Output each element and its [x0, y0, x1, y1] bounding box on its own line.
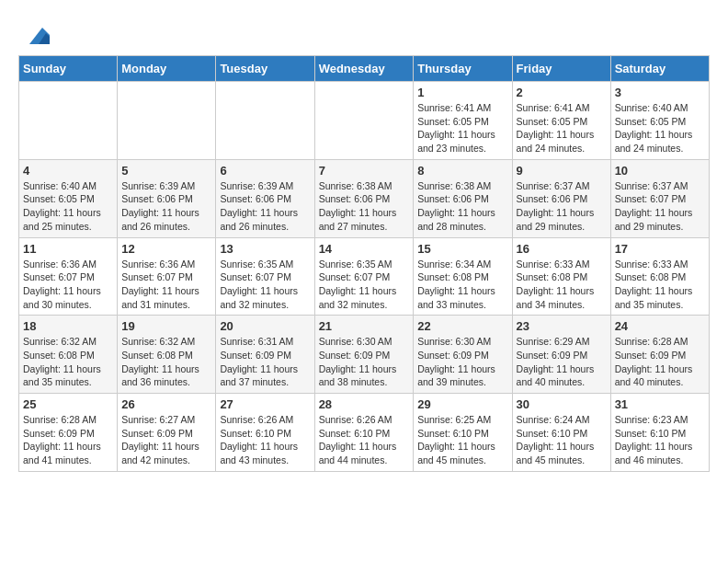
day-number: 10 — [615, 164, 705, 178]
calendar-cell: 3Sunrise: 6:40 AMSunset: 6:05 PMDaylight… — [610, 82, 709, 160]
day-number: 4 — [23, 164, 113, 178]
calendar-cell: 29Sunrise: 6:25 AMSunset: 6:10 PMDayligh… — [414, 394, 512, 472]
day-info: Sunrise: 6:24 AMSunset: 6:10 PMDaylight:… — [517, 413, 607, 467]
calendar-cell: 19Sunrise: 6:32 AMSunset: 6:08 PMDayligh… — [118, 316, 216, 394]
calendar-cell: 28Sunrise: 6:26 AMSunset: 6:10 PMDayligh… — [314, 394, 414, 472]
day-info: Sunrise: 6:27 AMSunset: 6:09 PMDaylight:… — [121, 413, 211, 467]
calendar-cell: 5Sunrise: 6:39 AMSunset: 6:06 PMDaylight… — [118, 159, 216, 237]
day-info: Sunrise: 6:37 AMSunset: 6:06 PMDaylight:… — [517, 179, 607, 234]
calendar-cell: 8Sunrise: 6:38 AMSunset: 6:06 PMDaylight… — [414, 159, 512, 237]
day-info: Sunrise: 6:26 AMSunset: 6:10 PMDaylight:… — [220, 413, 310, 467]
day-info: Sunrise: 6:38 AMSunset: 6:06 PMDaylight:… — [319, 179, 410, 234]
day-info: Sunrise: 6:31 AMSunset: 6:09 PMDaylight:… — [220, 335, 310, 389]
day-number: 15 — [417, 242, 507, 256]
calendar-cell: 12Sunrise: 6:36 AMSunset: 6:07 PMDayligh… — [118, 237, 216, 316]
logo — [18, 18, 50, 46]
calendar-cell: 20Sunrise: 6:31 AMSunset: 6:09 PMDayligh… — [216, 316, 314, 394]
page-header — [18, 18, 710, 46]
day-number: 22 — [417, 319, 507, 333]
weekday-header-monday: Monday — [118, 56, 216, 82]
calendar-cell: 6Sunrise: 6:39 AMSunset: 6:06 PMDaylight… — [216, 159, 314, 237]
calendar-cell: 9Sunrise: 6:37 AMSunset: 6:06 PMDaylight… — [512, 159, 610, 237]
calendar-cell: 4Sunrise: 6:40 AMSunset: 6:05 PMDaylight… — [19, 159, 118, 237]
day-number: 20 — [220, 319, 310, 333]
day-info: Sunrise: 6:23 AMSunset: 6:10 PMDaylight:… — [615, 413, 705, 467]
calendar-cell: 10Sunrise: 6:37 AMSunset: 6:07 PMDayligh… — [610, 159, 709, 237]
day-number: 5 — [121, 164, 211, 178]
calendar-cell — [19, 82, 118, 160]
day-number: 18 — [23, 319, 113, 333]
day-info: Sunrise: 6:40 AMSunset: 6:05 PMDaylight:… — [23, 179, 113, 234]
day-number: 17 — [615, 242, 705, 256]
day-info: Sunrise: 6:37 AMSunset: 6:07 PMDaylight:… — [615, 179, 705, 234]
day-number: 19 — [121, 319, 211, 333]
day-number: 23 — [517, 319, 607, 333]
day-info: Sunrise: 6:40 AMSunset: 6:05 PMDaylight:… — [615, 101, 705, 155]
calendar-cell: 27Sunrise: 6:26 AMSunset: 6:10 PMDayligh… — [216, 394, 314, 472]
calendar-cell: 21Sunrise: 6:30 AMSunset: 6:09 PMDayligh… — [314, 316, 414, 394]
day-info: Sunrise: 6:36 AMSunset: 6:07 PMDaylight:… — [23, 258, 113, 312]
weekday-header-sunday: Sunday — [19, 56, 118, 82]
logo-icon — [22, 18, 50, 46]
calendar-cell: 14Sunrise: 6:35 AMSunset: 6:07 PMDayligh… — [314, 237, 414, 316]
calendar-cell — [118, 82, 216, 160]
day-number: 27 — [220, 397, 310, 411]
calendar-cell: 7Sunrise: 6:38 AMSunset: 6:06 PMDaylight… — [314, 159, 414, 237]
day-info: Sunrise: 6:39 AMSunset: 6:06 PMDaylight:… — [220, 179, 310, 234]
day-info: Sunrise: 6:34 AMSunset: 6:08 PMDaylight:… — [417, 258, 507, 312]
calendar-cell: 13Sunrise: 6:35 AMSunset: 6:07 PMDayligh… — [216, 237, 314, 316]
day-info: Sunrise: 6:39 AMSunset: 6:06 PMDaylight:… — [121, 179, 211, 234]
calendar-cell: 30Sunrise: 6:24 AMSunset: 6:10 PMDayligh… — [512, 394, 610, 472]
day-number: 25 — [23, 397, 113, 411]
day-number: 3 — [615, 86, 705, 99]
calendar-cell: 16Sunrise: 6:33 AMSunset: 6:08 PMDayligh… — [512, 237, 610, 316]
day-number: 31 — [615, 397, 705, 411]
day-info: Sunrise: 6:28 AMSunset: 6:09 PMDaylight:… — [615, 335, 705, 389]
calendar-cell: 22Sunrise: 6:30 AMSunset: 6:09 PMDayligh… — [414, 316, 512, 394]
calendar-cell: 23Sunrise: 6:29 AMSunset: 6:09 PMDayligh… — [512, 316, 610, 394]
day-info: Sunrise: 6:25 AMSunset: 6:10 PMDaylight:… — [417, 413, 507, 467]
weekday-header-wednesday: Wednesday — [314, 56, 414, 82]
day-info: Sunrise: 6:30 AMSunset: 6:09 PMDaylight:… — [319, 335, 410, 389]
day-number: 24 — [615, 319, 705, 333]
day-number: 12 — [121, 242, 211, 256]
calendar-cell: 1Sunrise: 6:41 AMSunset: 6:05 PMDaylight… — [414, 82, 512, 160]
calendar-cell — [216, 82, 314, 160]
day-info: Sunrise: 6:36 AMSunset: 6:07 PMDaylight:… — [121, 258, 211, 312]
day-info: Sunrise: 6:29 AMSunset: 6:09 PMDaylight:… — [517, 335, 607, 389]
day-info: Sunrise: 6:32 AMSunset: 6:08 PMDaylight:… — [121, 335, 211, 389]
weekday-header-friday: Friday — [512, 56, 610, 82]
day-info: Sunrise: 6:33 AMSunset: 6:08 PMDaylight:… — [615, 258, 705, 312]
calendar-table: SundayMondayTuesdayWednesdayThursdayFrid… — [18, 55, 710, 472]
calendar-cell: 2Sunrise: 6:41 AMSunset: 6:05 PMDaylight… — [512, 82, 610, 160]
day-number: 16 — [517, 242, 607, 256]
day-info: Sunrise: 6:38 AMSunset: 6:06 PMDaylight:… — [417, 179, 507, 234]
day-info: Sunrise: 6:35 AMSunset: 6:07 PMDaylight:… — [220, 258, 310, 312]
day-info: Sunrise: 6:41 AMSunset: 6:05 PMDaylight:… — [517, 101, 607, 155]
day-info: Sunrise: 6:32 AMSunset: 6:08 PMDaylight:… — [23, 335, 113, 389]
day-info: Sunrise: 6:30 AMSunset: 6:09 PMDaylight:… — [417, 335, 507, 389]
day-number: 2 — [517, 86, 607, 99]
calendar-cell: 11Sunrise: 6:36 AMSunset: 6:07 PMDayligh… — [19, 237, 118, 316]
day-info: Sunrise: 6:35 AMSunset: 6:07 PMDaylight:… — [319, 258, 410, 312]
day-number: 26 — [121, 397, 211, 411]
weekday-header-saturday: Saturday — [610, 56, 709, 82]
day-number: 11 — [23, 242, 113, 256]
calendar-cell: 31Sunrise: 6:23 AMSunset: 6:10 PMDayligh… — [610, 394, 709, 472]
day-number: 6 — [220, 164, 310, 178]
day-info: Sunrise: 6:41 AMSunset: 6:05 PMDaylight:… — [417, 101, 507, 155]
day-number: 8 — [417, 164, 507, 178]
weekday-header-tuesday: Tuesday — [216, 56, 314, 82]
calendar-cell: 26Sunrise: 6:27 AMSunset: 6:09 PMDayligh… — [118, 394, 216, 472]
calendar-cell: 17Sunrise: 6:33 AMSunset: 6:08 PMDayligh… — [610, 237, 709, 316]
day-number: 29 — [417, 397, 507, 411]
day-number: 13 — [220, 242, 310, 256]
calendar-cell — [314, 82, 414, 160]
day-number: 14 — [319, 242, 410, 256]
calendar-cell: 25Sunrise: 6:28 AMSunset: 6:09 PMDayligh… — [19, 394, 118, 472]
day-number: 28 — [319, 397, 410, 411]
calendar-cell: 24Sunrise: 6:28 AMSunset: 6:09 PMDayligh… — [610, 316, 709, 394]
day-number: 9 — [517, 164, 607, 178]
day-number: 30 — [517, 397, 607, 411]
day-number: 1 — [417, 86, 507, 99]
